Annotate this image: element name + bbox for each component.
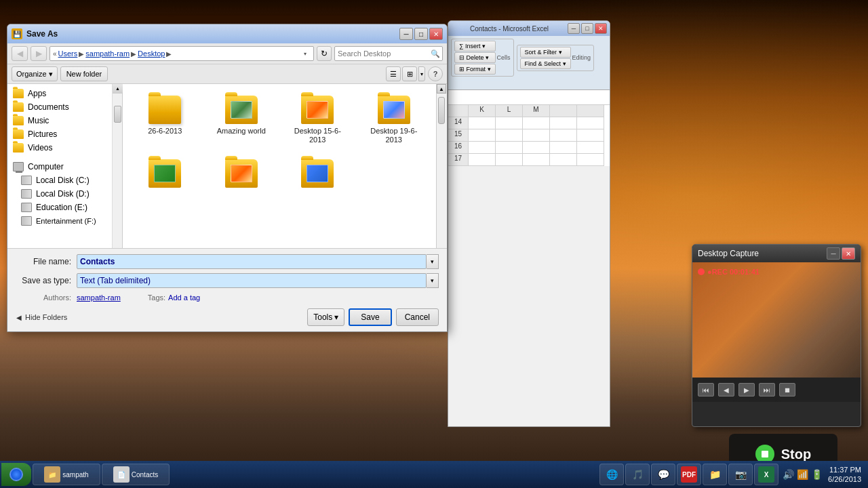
capture-title: Desktop Capture bbox=[698, 249, 759, 258]
file-item-4[interactable] bbox=[130, 155, 201, 195]
nav-back-button[interactable]: ◀ bbox=[12, 46, 28, 61]
capture-minimize-button[interactable]: ─ bbox=[827, 247, 840, 260]
nav-item-documents[interactable]: Documents bbox=[7, 100, 112, 114]
excel-cell-m17[interactable] bbox=[523, 154, 550, 166]
file-item-3[interactable]: Desktop 19-6-2013 bbox=[359, 91, 430, 149]
nav-item-entertainment-f[interactable]: Entertainment (F:) bbox=[7, 214, 112, 228]
organize-button[interactable]: Organize ▾ bbox=[12, 66, 58, 81]
tags-value[interactable]: Add a tag bbox=[168, 293, 200, 302]
nav-item-local-d[interactable]: Local Disk (D:) bbox=[7, 187, 112, 201]
taskbar-pdf-button[interactable]: PDF bbox=[677, 464, 701, 485]
breadcrumb-desktop[interactable]: Desktop bbox=[138, 49, 165, 58]
excel-cell-k17[interactable] bbox=[469, 154, 496, 166]
excel-cell-k16[interactable] bbox=[469, 142, 496, 154]
taskbar-ie-button[interactable]: 🌐 bbox=[599, 464, 624, 485]
capture-play-button[interactable]: ⏮ bbox=[698, 383, 714, 396]
file-item-2[interactable]: Desktop 15-6-2013 bbox=[282, 91, 353, 149]
file-item-0[interactable]: 26-6-2013 bbox=[130, 91, 201, 149]
scroll-thumb[interactable] bbox=[438, 97, 445, 124]
excel-cell-n16[interactable] bbox=[550, 142, 577, 154]
breadcrumb-dropdown[interactable]: ▾ bbox=[300, 48, 311, 59]
excel-cell-o15[interactable] bbox=[577, 129, 604, 142]
excel-cell-n14[interactable] bbox=[550, 117, 577, 129]
excel-cell-m15[interactable] bbox=[523, 129, 550, 142]
hide-folders-button[interactable]: ◀ Hide Folders bbox=[16, 313, 67, 321]
nav-scroll-up[interactable]: ▲ bbox=[113, 84, 123, 94]
new-folder-button[interactable]: New folder bbox=[60, 66, 108, 81]
savetype-dropdown-button[interactable]: ▾ bbox=[427, 273, 439, 288]
capture-close-button[interactable]: ✕ bbox=[842, 247, 855, 260]
taskbar-btn-contacts[interactable]: 📄 Contacts bbox=[102, 464, 170, 485]
excel-minimize-button[interactable]: ─ bbox=[568, 23, 580, 34]
capture-stop-button[interactable]: ⏹ bbox=[779, 383, 795, 396]
search-icon[interactable]: 🔍 bbox=[429, 47, 441, 60]
authors-value[interactable]: sampath-ram bbox=[77, 293, 121, 302]
excel-find-btn[interactable]: Find & Select ▾ bbox=[520, 58, 571, 69]
excel-cell-m16[interactable] bbox=[523, 142, 550, 154]
excel-delete-btn[interactable]: ⊟ Delete ▾ bbox=[454, 52, 496, 63]
file-item-5[interactable] bbox=[206, 155, 277, 195]
nav-item-videos[interactable]: Videos bbox=[7, 141, 112, 155]
excel-formula-bar bbox=[448, 90, 610, 105]
taskbar-chat-button[interactable]: 💬 bbox=[651, 464, 675, 485]
excel-cell-k15[interactable] bbox=[469, 129, 496, 142]
excel-cell-n17[interactable] bbox=[550, 154, 577, 166]
system-clock[interactable]: 11:37 PM 6/26/2013 bbox=[825, 465, 864, 485]
nav-item-pictures[interactable]: Pictures bbox=[7, 127, 112, 141]
taskbar-media-button[interactable]: 🎵 bbox=[625, 464, 650, 485]
scroll-up-button[interactable]: ▲ bbox=[437, 84, 446, 94]
breadcrumb-users[interactable]: Users bbox=[58, 49, 78, 58]
stop-button[interactable]: Stop bbox=[781, 447, 811, 462]
savetype-input[interactable] bbox=[77, 273, 427, 288]
cancel-button[interactable]: Cancel bbox=[396, 308, 439, 326]
help-button[interactable]: ? bbox=[428, 66, 443, 81]
file-item-1[interactable]: Amazing world bbox=[206, 91, 277, 149]
dialog-minimize-button[interactable]: ─ bbox=[399, 28, 413, 40]
start-button[interactable] bbox=[1, 463, 31, 486]
filename-input[interactable] bbox=[77, 254, 427, 269]
nav-item-education-e[interactable]: Education (E:) bbox=[7, 201, 112, 214]
capture-next-button[interactable]: ▶ bbox=[738, 383, 755, 396]
excel-cell-m14[interactable] bbox=[523, 117, 550, 129]
excel-insert-btn[interactable]: ∑ Insert ▾ bbox=[454, 41, 496, 52]
filename-dropdown-button[interactable]: ▾ bbox=[427, 254, 439, 269]
tools-button[interactable]: Tools ▾ bbox=[307, 308, 344, 326]
dialog-maximize-button[interactable]: □ bbox=[414, 28, 428, 40]
nav-item-computer[interactable]: Computer bbox=[7, 160, 112, 174]
excel-cell-n15[interactable] bbox=[550, 129, 577, 142]
taskbar-btn-sampath[interactable]: 📁 sampath bbox=[33, 464, 100, 485]
excel-format-btn[interactable]: ⊞ Format ▾ bbox=[454, 64, 496, 75]
taskbar-folder-button[interactable]: 📁 bbox=[703, 464, 727, 485]
excel-cell-o14[interactable] bbox=[577, 117, 604, 129]
nav-scroll-thumb[interactable] bbox=[114, 106, 121, 123]
excel-cell-l15[interactable] bbox=[496, 129, 523, 142]
taskbar-camera-button[interactable]: 📷 bbox=[728, 464, 753, 485]
excel-cell-o16[interactable] bbox=[577, 142, 604, 154]
excel-sort-btn[interactable]: Sort & Filter ▾ bbox=[520, 47, 571, 58]
excel-cell-l16[interactable] bbox=[496, 142, 523, 154]
nav-forward-button[interactable]: ▶ bbox=[31, 46, 47, 61]
search-input[interactable] bbox=[334, 46, 443, 61]
nav-item-local-c[interactable]: Local Disk (C:) bbox=[7, 174, 112, 187]
excel-maximize-button[interactable]: □ bbox=[581, 23, 593, 34]
dialog-close-button[interactable]: ✕ bbox=[429, 28, 443, 40]
view-list-button[interactable]: ☰ bbox=[386, 66, 401, 81]
nav-item-apps[interactable]: Apps bbox=[7, 87, 112, 100]
excel-cell-k14[interactable] bbox=[469, 117, 496, 129]
excel-formula-input[interactable] bbox=[451, 94, 607, 101]
view-dropdown-button[interactable]: ▾ bbox=[418, 66, 425, 81]
excel-cell-o17[interactable] bbox=[577, 154, 604, 166]
excel-cell-l17[interactable] bbox=[496, 154, 523, 166]
nav-item-music[interactable]: Music bbox=[7, 114, 112, 127]
capture-end-button[interactable]: ⏭ bbox=[759, 383, 775, 396]
organize-label: Organize bbox=[16, 70, 47, 78]
view-grid-button[interactable]: ⊞ bbox=[402, 66, 417, 81]
taskbar-excel-button[interactable]: X bbox=[754, 464, 778, 485]
file-item-6[interactable] bbox=[282, 155, 353, 195]
excel-close-button[interactable]: ✕ bbox=[595, 23, 607, 34]
refresh-button[interactable]: ↻ bbox=[317, 46, 332, 61]
excel-cell-l14[interactable] bbox=[496, 117, 523, 129]
breadcrumb-sampath[interactable]: sampath-ram bbox=[85, 49, 130, 58]
save-button[interactable]: Save bbox=[349, 308, 391, 326]
capture-prev-button[interactable]: ◀ bbox=[718, 383, 734, 396]
